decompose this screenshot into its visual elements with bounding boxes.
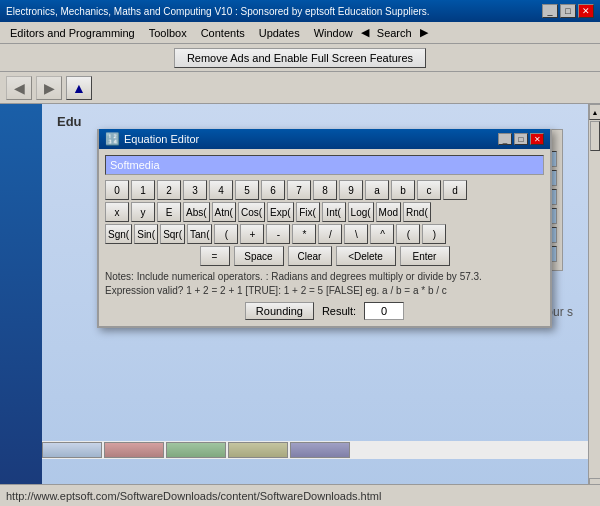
thumb-2 — [104, 442, 164, 458]
menu-window[interactable]: Window — [308, 25, 359, 41]
toolbar: Remove Ads and Enable Full Screen Featur… — [0, 44, 600, 72]
status-bar: http://www.eptsoft.com/SoftwareDownloads… — [0, 484, 600, 506]
btn-atn[interactable]: Atn( — [212, 202, 236, 222]
thumb-3 — [166, 442, 226, 458]
btn-4[interactable]: 4 — [209, 180, 233, 200]
btn-x[interactable]: x — [105, 202, 129, 222]
eq-close-button[interactable]: ✕ — [530, 133, 544, 145]
up-button[interactable]: ▲ — [66, 76, 92, 100]
btn-sqr[interactable]: Sqr( — [160, 224, 185, 244]
equation-icon: 🔢 — [105, 132, 120, 146]
btn-sgn[interactable]: Sgn( — [105, 224, 132, 244]
btn-exp[interactable]: Exp( — [267, 202, 294, 222]
menu-bar: Editors and Programming Toolbox Contents… — [0, 22, 600, 44]
btn-backslash[interactable]: \ — [344, 224, 368, 244]
btn-abs[interactable]: Abs( — [183, 202, 210, 222]
eq-minimize-button[interactable]: _ — [498, 133, 512, 145]
eq-title-bar: 🔢 Equation Editor _ □ ✕ — [99, 129, 550, 149]
title-bar: Electronics, Mechanics, Maths and Comput… — [0, 0, 600, 22]
back-button[interactable]: ◀ — [6, 76, 32, 100]
eq-title-left: 🔢 Equation Editor — [105, 132, 199, 146]
btn-equals[interactable]: = — [200, 246, 230, 266]
btn-6[interactable]: 6 — [261, 180, 285, 200]
eq-title-label: Equation Editor — [124, 133, 199, 145]
nav-bar: ◀ ▶ ▲ — [0, 72, 600, 104]
menu-search-label: ◀ — [361, 26, 369, 39]
status-url: http://www.eptsoft.com/SoftwareDownloads… — [6, 490, 381, 502]
btn-tan[interactable]: Tan( — [187, 224, 212, 244]
eq-maximize-button[interactable]: □ — [514, 133, 528, 145]
bottom-row: Rounding Result: — [105, 302, 544, 320]
result-input[interactable] — [364, 302, 404, 320]
btn-mod[interactable]: Mod — [376, 202, 401, 222]
scroll-thumb[interactable] — [590, 121, 600, 151]
btn-row-1: x y E Abs( Atn( Cos( Exp( Fix( Int( Log(… — [105, 202, 544, 222]
thumbnail-strip — [42, 441, 588, 459]
btn-row-3: = Space Clear <Delete Enter — [105, 246, 544, 266]
menu-toolbox[interactable]: Toolbox — [143, 25, 193, 41]
remove-ads-button[interactable]: Remove Ads and Enable Full Screen Featur… — [174, 48, 426, 68]
menu-contents[interactable]: Contents — [195, 25, 251, 41]
main-content: ▲ ▼ Edu Also supplied as unlimited user … — [0, 104, 600, 494]
rounding-button[interactable]: Rounding — [245, 302, 314, 320]
btn-open-paren[interactable]: ( — [214, 224, 238, 244]
btn-2[interactable]: 2 — [157, 180, 181, 200]
btn-rnd[interactable]: Rnd( — [403, 202, 431, 222]
btn-c[interactable]: c — [417, 180, 441, 200]
btn-int[interactable]: Int( — [322, 202, 346, 222]
maximize-button[interactable]: □ — [560, 4, 576, 18]
btn-space[interactable]: Space — [234, 246, 284, 266]
btn-1[interactable]: 1 — [131, 180, 155, 200]
btn-9[interactable]: 9 — [339, 180, 363, 200]
menu-editors[interactable]: Editors and Programming — [4, 25, 141, 41]
content-area: Edu Also supplied as unlimited user educ… — [42, 104, 588, 494]
thumb-4 — [228, 442, 288, 458]
edu-text: Edu — [57, 114, 573, 129]
btn-3[interactable]: 3 — [183, 180, 207, 200]
btn-minus[interactable]: - — [266, 224, 290, 244]
btn-y[interactable]: y — [131, 202, 155, 222]
btn-row-0: 0 1 2 3 4 5 6 7 8 9 a b c d — [105, 180, 544, 200]
btn-cos[interactable]: Cos( — [238, 202, 265, 222]
btn-row-2: Sgn( Sin( Sqr( Tan( ( + - * / \ ^ ( ) — [105, 224, 544, 244]
app-title: Electronics, Mechanics, Maths and Comput… — [6, 6, 430, 17]
btn-log[interactable]: Log( — [348, 202, 374, 222]
minimize-button[interactable]: _ — [542, 4, 558, 18]
title-bar-controls: _ □ ✕ — [542, 4, 594, 18]
btn-0[interactable]: 0 — [105, 180, 129, 200]
menu-search-arrow: ▶ — [420, 26, 428, 39]
btn-8[interactable]: 8 — [313, 180, 337, 200]
scroll-up-button[interactable]: ▲ — [589, 104, 600, 120]
close-button[interactable]: ✕ — [578, 4, 594, 18]
menu-search[interactable]: Search — [371, 25, 418, 41]
notes-text: Notes: Include numerical operators. : Ra… — [105, 270, 544, 298]
btn-power[interactable]: ^ — [370, 224, 394, 244]
forward-button[interactable]: ▶ — [36, 76, 62, 100]
btn-sin[interactable]: Sin( — [134, 224, 158, 244]
btn-b[interactable]: b — [391, 180, 415, 200]
eq-body: 0 1 2 3 4 5 6 7 8 9 a b c d x — [99, 149, 550, 326]
title-bar-left: Electronics, Mechanics, Maths and Comput… — [6, 6, 430, 17]
scrollbar[interactable]: ▲ ▼ — [588, 104, 600, 494]
btn-divide[interactable]: / — [318, 224, 342, 244]
btn-enter[interactable]: Enter — [400, 246, 450, 266]
menu-updates[interactable]: Updates — [253, 25, 306, 41]
btn-plus[interactable]: + — [240, 224, 264, 244]
result-label: Result: — [322, 305, 356, 317]
btn-close-paren[interactable]: ) — [422, 224, 446, 244]
left-sidebar — [0, 104, 42, 494]
thumb-5 — [290, 442, 350, 458]
btn-fix[interactable]: Fix( — [296, 202, 320, 222]
btn-delete[interactable]: <Delete — [336, 246, 396, 266]
equation-dialog: 🔢 Equation Editor _ □ ✕ 0 1 2 3 — [97, 129, 552, 328]
btn-a[interactable]: a — [365, 180, 389, 200]
eq-input-field[interactable] — [105, 155, 544, 175]
btn-5[interactable]: 5 — [235, 180, 259, 200]
btn-7[interactable]: 7 — [287, 180, 311, 200]
btn-clear[interactable]: Clear — [288, 246, 332, 266]
btn-multiply[interactable]: * — [292, 224, 316, 244]
btn-d[interactable]: d — [443, 180, 467, 200]
btn-open-paren2[interactable]: ( — [396, 224, 420, 244]
btn-E[interactable]: E — [157, 202, 181, 222]
eq-controls: _ □ ✕ — [498, 133, 544, 145]
